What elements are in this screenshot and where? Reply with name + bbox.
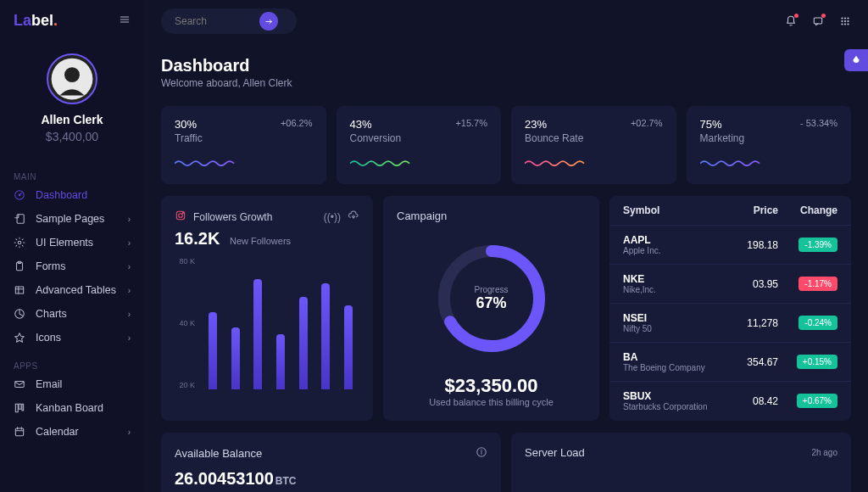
broadcast-icon[interactable]: ((•)) (324, 211, 341, 223)
avatar[interactable] (47, 53, 97, 104)
page-title: Dashboard (161, 56, 851, 75)
svg-point-28 (844, 18, 845, 19)
svg-marker-15 (15, 333, 25, 343)
sample-pages-icon (14, 213, 25, 225)
nav-item-ui-elements[interactable]: UI Elements› (0, 231, 144, 254)
bar (276, 334, 285, 389)
campaign-title: Campaign (397, 210, 447, 222)
stocks-card: Symbol Price Change AAPLApple Inc.198.18… (609, 196, 851, 421)
notifications-icon[interactable] (785, 15, 797, 27)
campaign-card: Campaign Progress 67% $23,350.00 Used ba… (383, 196, 599, 421)
stat-percent: 75% (700, 118, 745, 131)
nav-item-label: Email (36, 378, 62, 390)
svg-point-34 (844, 24, 845, 25)
stat-label: Traffic (175, 132, 203, 144)
balance-title: Available Balance (175, 447, 262, 460)
y-tick: 20 K (175, 381, 195, 389)
svg-point-31 (844, 20, 845, 21)
stock-row-aapl[interactable]: AAPLApple Inc.198.18-1.39% (609, 226, 851, 265)
profile-name: Allen Clerk (14, 113, 131, 126)
nav-item-label: Dashboard (36, 189, 87, 201)
nav-item-label: Forms (36, 260, 65, 272)
kanban-board-icon (14, 402, 25, 414)
stat-change: +06.2% (281, 118, 313, 128)
y-tick: 40 K (175, 319, 195, 327)
charts-icon (14, 308, 25, 320)
sparkline (700, 158, 771, 166)
svg-point-6 (19, 194, 20, 196)
svg-rect-11 (15, 287, 23, 294)
stock-change-pill: +0.15% (797, 355, 837, 369)
stock-price: 11,278 (727, 317, 778, 329)
stock-symbol: NSEI (623, 312, 727, 324)
followers-sub: New Followers (230, 236, 291, 246)
stat-change: +15.7% (455, 118, 487, 128)
nav-section-main: MAIN (0, 167, 144, 183)
stock-price: 354.67 (727, 356, 778, 368)
nav-item-email[interactable]: Email (0, 372, 144, 396)
cloud-download-icon[interactable] (348, 210, 359, 224)
search-box[interactable] (161, 8, 297, 34)
stock-symbol: SBUX (623, 390, 727, 402)
campaign-sub: Used balance this billing cycle (429, 397, 554, 407)
stock-price: 03.95 (727, 278, 778, 290)
brand-logo[interactable]: Label. (14, 12, 58, 30)
nav-item-label: Icons (36, 332, 61, 344)
svg-rect-18 (19, 404, 21, 409)
nav-item-sample-pages[interactable]: Sample Pages› (0, 207, 144, 231)
svg-rect-26 (814, 18, 821, 24)
svg-point-35 (848, 24, 849, 25)
bar (209, 312, 217, 389)
nav-item-label: Kanban Board (36, 402, 103, 414)
search-go-button[interactable] (259, 12, 278, 31)
svg-point-27 (842, 18, 843, 19)
sparkline (350, 158, 420, 166)
nav-item-icons[interactable]: Icons› (0, 326, 144, 349)
campaign-amount: $23,350.00 (444, 375, 537, 397)
server-title: Server Load (525, 446, 585, 459)
svg-point-30 (842, 20, 843, 21)
nav-item-kanban-board[interactable]: Kanban Board (0, 396, 144, 420)
menu-toggle-icon[interactable] (119, 14, 131, 28)
chat-icon[interactable] (812, 15, 824, 27)
bar (321, 283, 330, 389)
stock-name: Starbucks Corporation (623, 402, 727, 411)
svg-rect-17 (15, 404, 18, 411)
info-icon[interactable] (476, 446, 487, 461)
followers-bar-chart: 80 K40 K20 K (175, 257, 359, 401)
svg-point-4 (64, 67, 80, 82)
stock-change-pill: -1.17% (798, 277, 837, 291)
nav-item-label: Calendar (36, 426, 79, 438)
stock-row-nke[interactable]: NKENike,Inc.03.95-1.17% (609, 265, 851, 304)
stock-change-pill: -0.24% (798, 316, 837, 330)
profile-block: Allen Clerk $3,400,00 (0, 45, 144, 160)
stock-price: 198.18 (727, 239, 778, 251)
search-input[interactable] (175, 15, 259, 27)
apps-grid-icon[interactable] (839, 15, 851, 27)
nav-item-calendar[interactable]: Calendar› (0, 420, 144, 444)
stock-row-nsei[interactable]: NSEINifty 5011,278-0.24% (609, 304, 851, 343)
stock-change-pill: +0.67% (797, 394, 837, 408)
svg-rect-19 (22, 404, 24, 411)
stock-price: 08.42 (727, 395, 778, 407)
nav-item-charts[interactable]: Charts› (0, 302, 144, 326)
stat-card-bounce-rate: 23%Bounce Rate+02.7% (511, 106, 676, 184)
calendar-icon (14, 426, 25, 438)
stat-percent: 23% (525, 118, 583, 131)
stat-label: Marketing (700, 132, 745, 144)
nav-item-forms[interactable]: Forms› (0, 254, 144, 278)
bar (253, 279, 262, 389)
stock-symbol: BA (623, 351, 727, 363)
svg-point-43 (481, 450, 482, 450)
stock-name: Apple Inc. (623, 246, 727, 255)
stock-name: Nike,Inc. (623, 285, 727, 294)
nav-item-dashboard[interactable]: Dashboard (0, 183, 144, 207)
svg-point-32 (848, 20, 849, 21)
balance-currency: BTC (275, 475, 297, 487)
nav-item-advanced-tables[interactable]: Advanced Tables› (0, 278, 144, 302)
stock-row-ba[interactable]: BAThe Boeing Company354.67+0.15% (609, 343, 851, 382)
theme-settings-button[interactable] (844, 49, 868, 71)
stocks-header-price: Price (727, 204, 778, 216)
bar (231, 327, 240, 389)
stock-row-sbux[interactable]: SBUXStarbucks Corporation08.42+0.67% (609, 382, 851, 420)
